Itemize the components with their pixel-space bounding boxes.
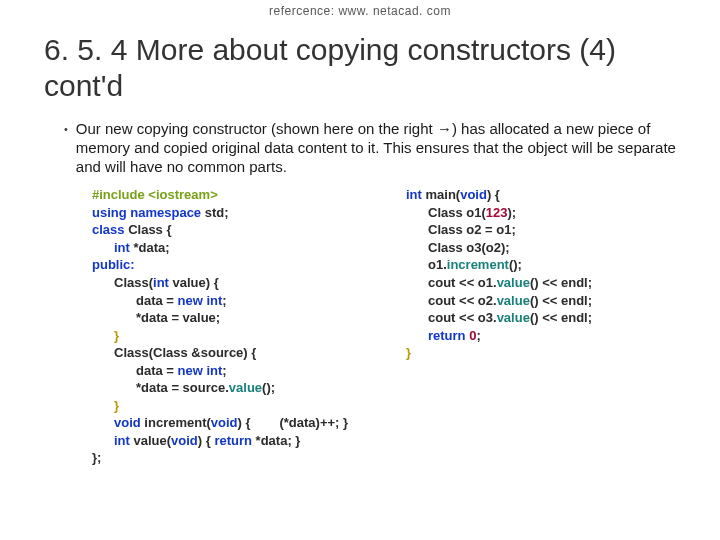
code-token: void [114,415,144,430]
code-token: value [229,380,262,395]
code-token: void [460,187,487,202]
code-token: void [211,415,238,430]
code-token: int [153,275,173,290]
code-token: using namespace [92,205,205,220]
code-token: int [406,187,426,202]
code-token: increment [447,257,509,272]
code-token: } [114,328,119,343]
code-token: ); [508,205,517,220]
code-token: new int [178,293,223,308]
code-token: increment( [144,415,210,430]
code-token: data = [136,363,178,378]
code-token: ; [222,293,226,308]
code-token: void [171,433,198,448]
bullet-text: Our new copying constructor (shown here … [76,120,676,176]
code-token: } [406,345,411,360]
code-area: #include <iostream> using namespace std;… [44,176,676,467]
code-token: () << endl; [530,275,592,290]
code-token: public: [92,257,135,272]
slide-title: 6. 5. 4 More about copying constructors … [0,18,720,110]
code-token: main( [426,187,461,202]
code-token: value( [134,433,172,448]
code-token: Class o2 = o1; [428,222,516,237]
reference-text: refercence: www. netacad. com [0,0,720,18]
code-token: class [92,222,128,237]
code-token: ) { [487,187,500,202]
bullet-item: • Our new copying constructor (shown her… [44,120,676,176]
code-token: 123 [486,205,508,220]
code-token: Class o1( [428,205,486,220]
code-token: } [114,398,119,413]
code-token: ) { [198,433,215,448]
code-token: *data; } [256,433,301,448]
code-token: value [497,293,530,308]
code-token: cout << o2. [428,293,497,308]
code-token: int [114,240,134,255]
code-token: new int [178,363,223,378]
slide: refercence: www. netacad. com 6. 5. 4 Mo… [0,0,720,540]
code-token: *data = source. [136,380,229,395]
code-token: Class o3(o2); [428,240,510,255]
code-token: o1. [428,257,447,272]
slide-body: • Our new copying constructor (shown her… [0,110,720,467]
code-token: ; [222,363,226,378]
code-token: *data; [134,240,170,255]
code-right-column: int main(void) { Class o1(123); Class o2… [382,186,666,467]
code-token: cout << o1. [428,275,497,290]
code-token: }; [92,450,101,465]
code-token: return [428,328,469,343]
code-token: Class( [114,275,153,290]
code-token: ) { (*data)++; } [238,415,349,430]
code-token: value [497,310,530,325]
title-line-1: 6. 5. 4 More about copying constructors … [44,33,616,66]
code-token: int [114,433,134,448]
code-token: Class { [128,222,171,237]
code-token: () << endl; [530,293,592,308]
code-token: (); [509,257,522,272]
code-left-column: #include <iostream> using namespace std;… [92,186,382,467]
code-token: data = [136,293,178,308]
code-token: *data = value; [136,310,220,325]
code-line: #include <iostream> [92,187,218,202]
code-token: return [214,433,255,448]
title-line-2: cont'd [44,69,123,102]
code-token: () << endl; [530,310,592,325]
code-token: (); [262,380,275,395]
code-token: value [497,275,530,290]
code-token: value) { [173,275,219,290]
bullet-dot-icon: • [64,120,68,137]
code-token: Class(Class &source) { [114,345,256,360]
code-token: ; [476,328,480,343]
code-token: cout << o3. [428,310,497,325]
code-token: std; [205,205,229,220]
